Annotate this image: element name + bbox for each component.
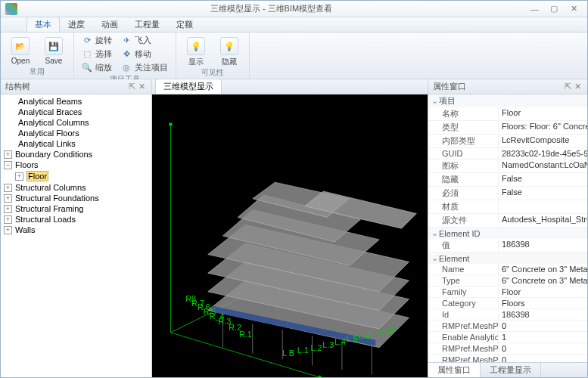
expand-icon[interactable]: +	[4, 184, 12, 192]
svg-text:R.1: R.1	[239, 330, 252, 339]
prop-group[interactable]: ⌄Element	[428, 253, 587, 264]
expand-icon[interactable]: +	[4, 205, 12, 213]
prop-row[interactable]: 名称Floor	[428, 107, 587, 121]
svg-text:L.8: L.8	[382, 325, 394, 334]
maximize-button[interactable]: ▢	[545, 3, 563, 15]
target-icon: ◎	[121, 63, 132, 73]
panel-close-icon[interactable]: ✕	[137, 82, 147, 91]
main-area: 结构树 ⇱ ✕ Analytical Beams Analytical Brac…	[1, 79, 587, 377]
close-button[interactable]: ✕	[565, 3, 583, 15]
minimize-button[interactable]: —	[525, 3, 543, 15]
expand-icon[interactable]: +	[4, 226, 12, 234]
expand-icon[interactable]: +	[4, 194, 12, 203]
bulb-off-icon: 💡	[220, 37, 238, 55]
ribbon-tabs: 基本 进度 动画 工程量 定额	[1, 17, 587, 33]
panel-close-icon[interactable]: ✕	[573, 82, 583, 91]
pin-icon[interactable]: ⇱	[563, 82, 573, 91]
property-grid[interactable]: ⌄项目 名称Floor 类型Floors: Floor: 6" Concrete…	[428, 94, 587, 362]
tree-node[interactable]: Analytical Braces	[4, 107, 151, 117]
viewport-tab[interactable]: 三维模型显示	[155, 79, 222, 94]
save-button[interactable]: 💾Save	[39, 34, 69, 65]
svg-point-5	[170, 122, 173, 125]
prop-row[interactable]: RMPref.MeshParams.F0	[428, 321, 587, 332]
tree-node[interactable]: Analytical Floors	[4, 128, 151, 138]
svg-text:L.6: L.6	[359, 331, 370, 340]
prop-group[interactable]: ⌄Element ID	[428, 228, 587, 239]
prop-row[interactable]: Name6" Concrete on 3" Metal D	[428, 264, 587, 275]
tab-attributes[interactable]: 属性窗口	[428, 363, 481, 377]
model-render: R8R 7 R.6R.5 R_4R.3 R.2R.1 L BL.1 L.2L.3…	[152, 94, 428, 377]
hide-button[interactable]: 💡隐藏	[214, 34, 244, 67]
move-button[interactable]: ✥移动	[118, 48, 171, 60]
show-button[interactable]: 💡显示	[181, 34, 211, 67]
select-button[interactable]: ⬚选择	[79, 48, 115, 60]
tree-node[interactable]: +Walls	[4, 225, 151, 235]
expand-icon[interactable]: +	[4, 150, 12, 159]
focus-button[interactable]: ◎关注项目	[118, 61, 171, 74]
tab-animation[interactable]: 动画	[93, 17, 126, 32]
prop-row[interactable]: Enable Analytical Moc1	[428, 332, 587, 343]
tree-node[interactable]: +Structural Foundations	[4, 193, 151, 203]
tab-quantity[interactable]: 工程量	[126, 17, 168, 32]
prop-row[interactable]: 值186398	[428, 239, 587, 253]
properties-title: 属性窗口	[433, 81, 466, 92]
tree-node[interactable]: Analytical Columns	[4, 117, 151, 128]
tab-estimate[interactable]: 定额	[168, 17, 201, 32]
zoom-button[interactable]: 🔍缩放	[79, 61, 115, 74]
bulb-on-icon: 💡	[187, 37, 205, 55]
structure-tree-title: 结构树	[5, 81, 30, 92]
prop-row[interactable]: GUID28233c02-19de-45e5-9d6	[428, 148, 587, 160]
tab-progress[interactable]: 进度	[60, 17, 93, 32]
properties-panel: 属性窗口 ⇱ ✕ ⌄项目 名称Floor 类型Floors: Floor: 6"…	[428, 79, 587, 377]
prop-row[interactable]: 内部类型LcRevitComposite	[428, 135, 587, 148]
flyin-button[interactable]: ✈飞入	[118, 34, 171, 47]
prop-row[interactable]: 隐藏False	[428, 173, 587, 187]
properties-bottom-tabs: 属性窗口 工程量显示	[428, 362, 587, 377]
window-title: 三维模型显示 - 三维BIM模型查看	[17, 3, 525, 14]
prop-row[interactable]: RMPref.MeshParams.L0	[428, 355, 587, 362]
move-icon: ✥	[121, 49, 132, 60]
chevron-down-icon: ⌄	[431, 96, 439, 106]
collapse-icon[interactable]: −	[4, 161, 12, 169]
prop-row[interactable]: CategoryFloors	[428, 298, 587, 309]
open-button[interactable]: 📂Open	[5, 34, 36, 65]
tree-node-floors[interactable]: −Floors	[4, 160, 151, 170]
svg-text:L.4: L.4	[334, 337, 346, 346]
svg-text:L.3: L.3	[322, 340, 334, 349]
zoom-icon: 🔍	[82, 63, 92, 73]
tree-node[interactable]: +Structural Loads	[4, 214, 151, 225]
tab-basic[interactable]: 基本	[26, 17, 60, 32]
svg-text:L.1: L.1	[297, 346, 309, 355]
tab-quantity-display[interactable]: 工程量显示	[481, 363, 541, 377]
expand-icon[interactable]: +	[4, 215, 12, 224]
prop-row[interactable]: FamilyFloor	[428, 287, 587, 298]
tree-node[interactable]: +Structural Columns	[4, 182, 151, 193]
tree-node[interactable]: Analytical Beams	[4, 96, 151, 107]
svg-text:L.7: L.7	[370, 328, 381, 337]
prop-row[interactable]: 类型Floors: Floor: 6" Concrete	[428, 121, 587, 135]
prop-row[interactable]: Type6" Concrete on 3" Metal D	[428, 275, 587, 287]
group-label-visibility: 可见性	[181, 67, 244, 79]
tree-node[interactable]: +Structural Framing	[4, 203, 151, 214]
chevron-down-icon: ⌄	[431, 253, 439, 263]
svg-text:L B: L B	[282, 349, 294, 358]
rotate-button[interactable]: ⟳旋转	[79, 34, 115, 47]
structure-tree-panel: 结构树 ⇱ ✕ Analytical Beams Analytical Brac…	[1, 79, 152, 377]
tree-node[interactable]: Analytical Links	[4, 138, 151, 149]
select-icon: ⬚	[82, 49, 92, 60]
viewport-panel: 三维模型显示	[152, 79, 428, 377]
prop-row[interactable]: 源文件Autodesk_Hospital_Struct	[428, 214, 587, 228]
pin-icon[interactable]: ⇱	[127, 82, 137, 91]
prop-row[interactable]: 图标NamedConstant:LcOaNode	[428, 160, 587, 173]
tree-node[interactable]: +Boundary Conditions	[4, 149, 151, 160]
3d-viewport[interactable]: R8R 7 R.6R.5 R_4R.3 R.2R.1 L BL.1 L.2L.3…	[152, 94, 428, 377]
title-bar: 三维模型显示 - 三维BIM模型查看 — ▢ ✕	[1, 1, 587, 17]
prop-row[interactable]: Id186398	[428, 309, 587, 321]
structure-tree[interactable]: Analytical Beams Analytical Braces Analy…	[1, 94, 151, 377]
prop-row[interactable]: RMPref.MeshParams.F0	[428, 343, 587, 355]
prop-group[interactable]: ⌄项目	[428, 94, 587, 107]
tree-node-floor-selected[interactable]: +Floor	[4, 170, 151, 182]
prop-row[interactable]: 必须False	[428, 187, 587, 200]
prop-row[interactable]: 材质	[428, 200, 587, 214]
expand-icon[interactable]: +	[15, 172, 23, 181]
